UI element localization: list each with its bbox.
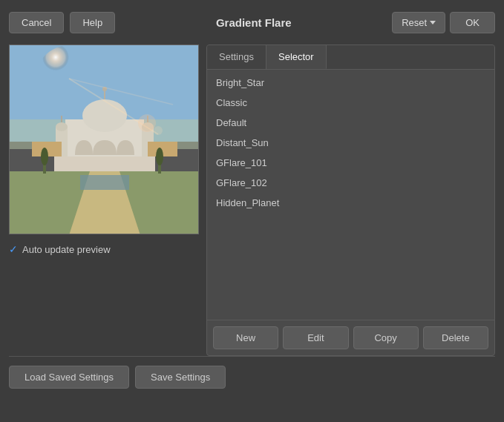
svg-point-26	[138, 114, 156, 132]
svg-point-27	[154, 126, 163, 135]
svg-rect-4	[80, 175, 129, 190]
list-item[interactable]: Bright_Star	[207, 73, 494, 93]
new-button[interactable]: New	[213, 326, 278, 349]
svg-point-22	[156, 148, 163, 165]
chevron-down-icon	[430, 21, 436, 24]
delete-button[interactable]: Delete	[423, 326, 488, 349]
auto-update-label: Auto update preview	[22, 244, 111, 255]
help-button[interactable]: Help	[70, 12, 115, 33]
svg-point-20	[41, 148, 48, 165]
reset-button[interactable]: Reset	[392, 12, 445, 33]
preset-list: Bright_Star Classic Default Distant_Sun …	[207, 70, 494, 320]
dialog-title: Gradient Flare	[115, 16, 392, 29]
tabs: Settings Selector	[207, 45, 494, 70]
auto-update-checkbox[interactable]: ✓	[9, 243, 18, 255]
preview-image	[9, 44, 199, 234]
main-content: ✓ Auto update preview Settings Selector …	[0, 44, 504, 356]
svg-rect-5	[54, 155, 155, 171]
top-bar-left: Cancel Help	[9, 12, 115, 33]
list-item[interactable]: Classic	[207, 93, 494, 113]
tab-settings[interactable]: Settings	[207, 45, 266, 69]
list-item[interactable]: Hidden_Planet	[207, 193, 494, 213]
reset-label: Reset	[402, 17, 427, 28]
list-item[interactable]: GFlare_101	[207, 153, 494, 173]
auto-update-row: ✓ Auto update preview	[9, 240, 199, 258]
top-bar: Cancel Help Gradient Flare Reset OK	[0, 0, 504, 44]
svg-rect-14	[90, 116, 120, 127]
tab-selector[interactable]: Selector	[266, 45, 327, 69]
svg-point-9	[56, 122, 68, 131]
list-item[interactable]: GFlare_102	[207, 173, 494, 193]
list-item[interactable]: Distant_Sun	[207, 133, 494, 153]
divider	[9, 356, 495, 357]
bottom-bar: Load Saved Settings Save Settings	[0, 360, 504, 395]
copy-button[interactable]: Copy	[353, 326, 419, 349]
cancel-button[interactable]: Cancel	[9, 12, 64, 33]
left-panel: ✓ Auto update preview	[9, 44, 199, 356]
preview-svg	[10, 45, 199, 234]
action-buttons: New Edit Copy Delete	[207, 320, 494, 355]
right-panel: Settings Selector Bright_Star Classic De…	[206, 44, 495, 356]
ok-button[interactable]: OK	[450, 12, 495, 33]
load-settings-button[interactable]: Load Saved Settings	[9, 366, 129, 389]
save-settings-button[interactable]: Save Settings	[135, 366, 226, 389]
list-item[interactable]: Default	[207, 113, 494, 133]
top-bar-right: Reset OK	[392, 12, 495, 33]
edit-button[interactable]: Edit	[283, 326, 348, 349]
